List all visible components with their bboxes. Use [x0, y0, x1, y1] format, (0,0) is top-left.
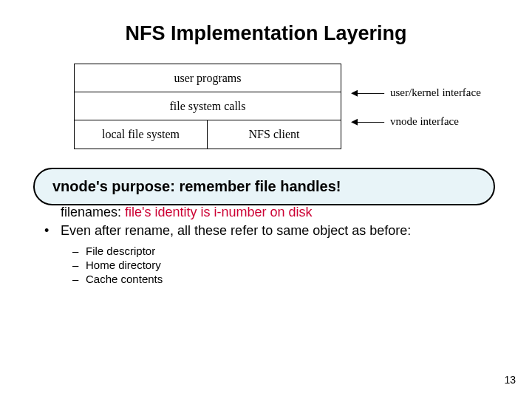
diagram-row: user programs [75, 64, 341, 92]
sub-item-text: Home directory [86, 259, 161, 271]
bullet-text: Even after rename, all these refer to sa… [61, 223, 411, 239]
sub-list: – File descriptor – Home directory – Cac… [72, 245, 488, 285]
diagram-row: local file system NFS client [75, 120, 341, 149]
page-title: NFS Implementation Layering [44, 22, 488, 45]
dash-icon: – [72, 273, 86, 285]
arrow-left-icon: ◂—— [351, 113, 384, 129]
diagram-table: user programs file system calls local fi… [74, 64, 341, 149]
label-user-kernel-interface: ◂—— user/kernel interface [351, 84, 481, 100]
page-number: 13 [504, 374, 516, 386]
label-vnode-interface: ◂—— vnode interface [351, 113, 459, 129]
diagram-row: file system calls [75, 92, 341, 120]
sub-item-text: File descriptor [86, 245, 155, 257]
label-text: vnode interface [390, 115, 459, 128]
dash-icon: – [72, 259, 86, 271]
overlapped-line: filenames: file's identity is i-number o… [61, 205, 488, 220]
list-item: – Home directory [72, 259, 488, 271]
callout-prefix: vnode's purpose: [52, 178, 179, 194]
callout-emphasis: remember file handles! [179, 178, 341, 194]
diagram-cell-nfs-client: NFS client [208, 120, 341, 149]
dash-icon: – [72, 245, 86, 257]
callout-box: vnode's purpose: remember file handles! [33, 168, 495, 205]
sub-item-text: Cache contents [86, 273, 163, 285]
bullet-item: • Even after rename, all these refer to … [44, 223, 488, 239]
overlapped-plain: filenames: [61, 205, 125, 219]
diagram-cell-local-fs: local file system [75, 120, 208, 149]
diagram-cell-file-system-calls: file system calls [75, 92, 341, 120]
overlapped-red: file's identity is i-number on disk [125, 205, 313, 219]
arrow-left-icon: ◂—— [351, 84, 384, 100]
list-item: – File descriptor [72, 245, 488, 257]
bullet-mark-icon: • [44, 223, 61, 239]
layering-diagram: user programs file system calls local fi… [74, 64, 488, 149]
list-item: – Cache contents [72, 273, 488, 285]
diagram-cell-user-programs: user programs [75, 64, 341, 92]
label-text: user/kernel interface [390, 86, 481, 99]
